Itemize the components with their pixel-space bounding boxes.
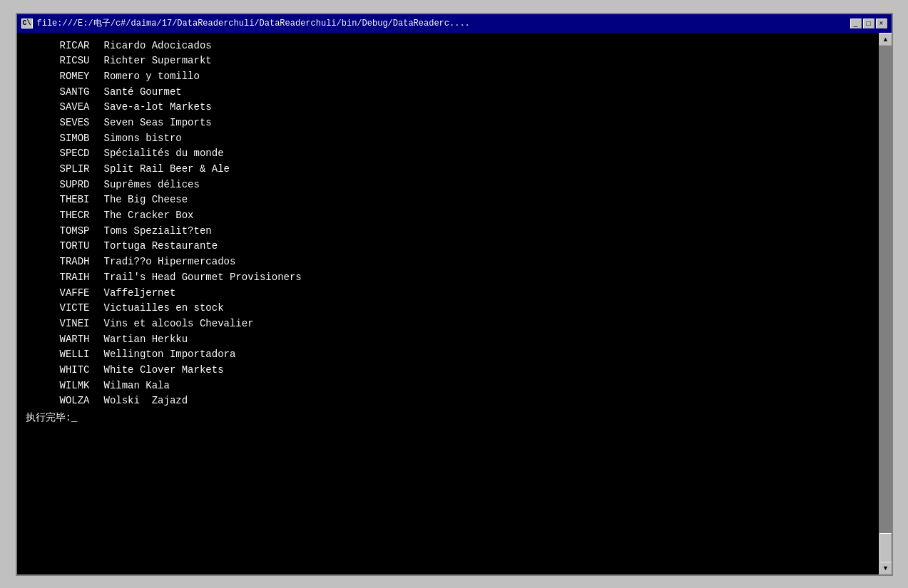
row-code: TRADH	[26, 254, 104, 270]
row-name: Wolski Zajazd	[104, 393, 188, 409]
row-name: Simons bistro	[104, 131, 182, 147]
prompt-line: 执行完毕:_	[26, 411, 870, 426]
row-name: Richter Supermarkt	[104, 53, 212, 69]
row-code: TOMSP	[26, 224, 104, 239]
table-row: WELLIWellington Importadora	[26, 347, 870, 363]
table-row: SPECDSpécialités du monde	[26, 146, 870, 162]
row-code: RICSU	[26, 53, 104, 69]
table-row: TOMSPToms Spezialit?ten	[26, 224, 870, 239]
row-code: SANTG	[26, 85, 104, 100]
row-code: VAFFE	[26, 286, 104, 301]
row-code: THECR	[26, 208, 104, 224]
row-name: Trail's Head Gourmet Provisioners	[104, 270, 302, 286]
row-code: WHITC	[26, 363, 104, 378]
table-row: VICTEVictuailles en stock	[26, 301, 870, 316]
row-code: WARTH	[26, 332, 104, 348]
row-code: SAVEA	[26, 100, 104, 115]
row-code: VICTE	[26, 301, 104, 316]
row-name: Suprêmes délices	[104, 177, 200, 193]
table-row: WILMKWilman Kala	[26, 378, 870, 394]
scroll-down-button[interactable]: ▼	[879, 562, 892, 574]
content-area: RICARRicardo AdocicadosRICSURichter Supe…	[17, 33, 892, 574]
row-code: WOLZA	[26, 393, 104, 409]
cursor: _	[71, 411, 77, 426]
row-name: Wilman Kala	[104, 378, 170, 394]
row-name: Vins et alcools Chevalier	[104, 316, 254, 332]
prompt-text: 执行完毕:	[26, 411, 71, 426]
row-code: RICAR	[26, 38, 104, 54]
row-code: WELLI	[26, 347, 104, 363]
row-name: Vaffeljernet	[104, 286, 176, 301]
scroll-up-button[interactable]: ▲	[879, 33, 892, 46]
row-name: Victuailles en stock	[104, 301, 224, 316]
row-code: ROMEY	[26, 69, 104, 85]
row-name: Ricardo Adocicados	[104, 38, 212, 54]
table-row: SPLIRSplit Rail Beer & Ale	[26, 162, 870, 177]
row-name: Wellington Importadora	[104, 347, 236, 363]
table-row: TRAIHTrail's Head Gourmet Provisioners	[26, 270, 870, 286]
terminal-output[interactable]: RICARRicardo AdocicadosRICSURichter Supe…	[17, 33, 879, 574]
table-row: SEVESSeven Seas Imports	[26, 115, 870, 131]
row-code: THEBI	[26, 192, 104, 208]
title-bar-left: C\ file:///E:/电子/c#/daima/17/DataReaderc…	[21, 17, 470, 29]
table-row: SAVEASave-a-lot Markets	[26, 100, 870, 115]
table-row: TRADHTradi??o Hipermercados	[26, 254, 870, 270]
table-row: RICARRicardo Adocicados	[26, 38, 870, 54]
table-row: WHITCWhite Clover Markets	[26, 363, 870, 378]
row-code: SPECD	[26, 146, 104, 162]
close-button[interactable]: ×	[876, 19, 887, 29]
row-name: White Clover Markets	[104, 363, 224, 378]
terminal-window: C\ file:///E:/电子/c#/daima/17/DataReaderc…	[16, 13, 893, 576]
table-row: SANTGSanté Gourmet	[26, 85, 870, 100]
scroll-thumb[interactable]	[879, 533, 892, 562]
row-name: Santé Gourmet	[104, 85, 182, 100]
row-name: Split Rail Beer & Ale	[104, 162, 230, 177]
table-row: WOLZAWolski Zajazd	[26, 393, 870, 409]
row-name: Toms Spezialit?ten	[104, 224, 212, 239]
row-name: Tradi??o Hipermercados	[104, 254, 236, 270]
window-title: file:///E:/电子/c#/daima/17/DataReaderchul…	[37, 17, 470, 29]
row-name: Wartian Herkku	[104, 332, 188, 348]
title-bar-buttons: _ □ ×	[850, 19, 887, 29]
table-row: ROMEYRomero y tomillo	[26, 69, 870, 85]
table-row: SIMOBSimons bistro	[26, 131, 870, 147]
restore-button[interactable]: □	[863, 19, 874, 29]
table-row: WARTHWartian Herkku	[26, 332, 870, 348]
window-icon: C\	[21, 19, 33, 29]
row-code: SPLIR	[26, 162, 104, 177]
row-name: Seven Seas Imports	[104, 115, 212, 131]
table-row: RICSURichter Supermarkt	[26, 53, 870, 69]
row-code: SEVES	[26, 115, 104, 131]
table-row: THEBIThe Big Cheese	[26, 192, 870, 208]
title-bar: C\ file:///E:/电子/c#/daima/17/DataReaderc…	[17, 14, 892, 33]
table-row: TORTUTortuga Restaurante	[26, 239, 870, 254]
row-name: Romero y tomillo	[104, 69, 200, 85]
row-code: TORTU	[26, 239, 104, 254]
table-row: VAFFEVaffeljernet	[26, 286, 870, 301]
scrollbar[interactable]: ▲ ▼	[879, 33, 892, 574]
table-row: THECRThe Cracker Box	[26, 208, 870, 224]
row-code: TRAIH	[26, 270, 104, 286]
row-code: SIMOB	[26, 131, 104, 147]
row-name: Save-a-lot Markets	[104, 100, 212, 115]
row-name: The Cracker Box	[104, 208, 194, 224]
row-code: SUPRD	[26, 177, 104, 193]
row-name: Tortuga Restaurante	[104, 239, 218, 254]
table-row: SUPRDSuprêmes délices	[26, 177, 870, 193]
row-code: VINEI	[26, 316, 104, 332]
row-code: WILMK	[26, 378, 104, 394]
scroll-track	[879, 46, 892, 562]
minimize-button[interactable]: _	[850, 19, 862, 29]
row-name: The Big Cheese	[104, 192, 188, 208]
row-name: Spécialités du monde	[104, 146, 224, 162]
table-row: VINEIVins et alcools Chevalier	[26, 316, 870, 332]
